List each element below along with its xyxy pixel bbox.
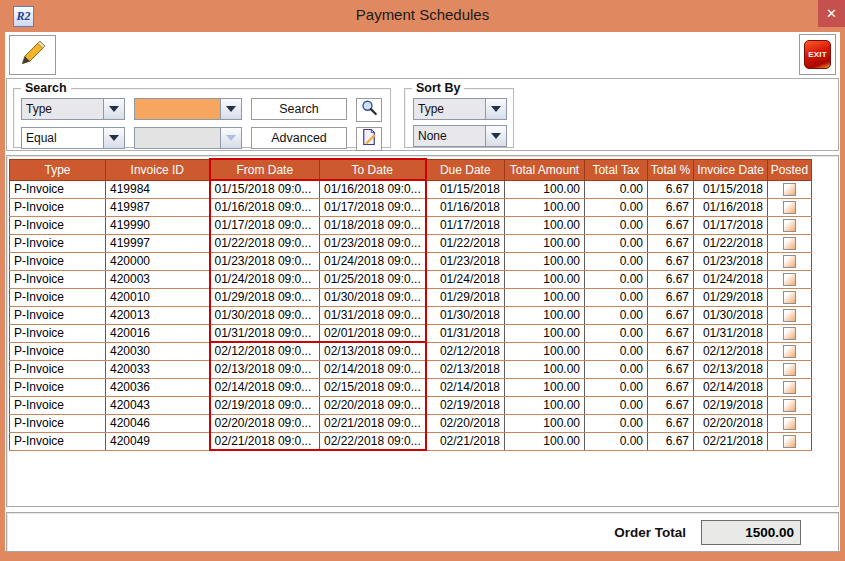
cell-total_pct: 6.67 [648,324,694,342]
cell-from_date: 01/17/2018 09:0... [210,216,320,234]
table-row[interactable]: P-Invoice41999001/17/2018 09:0...01/18/2… [10,216,812,234]
posted-checkbox[interactable] [783,291,796,304]
search-field-combo[interactable]: Type [21,98,125,120]
column-header-total_pct[interactable]: Total % [648,159,694,180]
column-header-posted[interactable]: Posted [768,159,812,180]
advanced-button[interactable]: Advanced [251,127,347,149]
column-header-total_amount[interactable]: Total Amount [505,159,585,180]
chevron-down-icon[interactable] [220,99,241,119]
search-value-combo[interactable] [134,98,242,120]
cell-invoice_id: 420043 [106,396,210,414]
cell-to_date: 01/18/2018 09:0... [320,216,426,234]
cell-to_date: 02/22/2018 09:0... [320,432,426,450]
cell-due_date: 02/14/2018 [426,378,505,396]
cell-invoice_date: 02/21/2018 [694,432,768,450]
posted-checkbox[interactable] [783,435,796,448]
cell-invoice_id: 420030 [106,342,210,360]
table-row[interactable]: P-Invoice42001601/31/2018 09:0...02/01/2… [10,324,812,342]
column-header-invoice_id[interactable]: Invoice ID [106,159,210,180]
posted-checkbox[interactable] [783,255,796,268]
chevron-down-icon [220,128,241,148]
posted-checkbox[interactable] [783,417,796,430]
chevron-down-icon[interactable] [485,99,506,119]
table-row[interactable]: P-Invoice42000301/24/2018 09:0...01/25/2… [10,270,812,288]
table-row[interactable]: P-Invoice42004602/20/2018 09:0...02/21/2… [10,414,812,432]
cell-total_pct: 6.67 [648,342,694,360]
posted-checkbox[interactable] [783,399,796,412]
cell-due_date: 01/17/2018 [426,216,505,234]
cell-total_tax: 0.00 [585,252,648,270]
cell-invoice_id: 420010 [106,288,210,306]
chevron-down-icon[interactable] [103,128,124,148]
cell-from_date: 01/29/2018 09:0... [210,288,320,306]
table-row[interactable]: P-Invoice41998701/16/2018 09:0...01/17/2… [10,198,812,216]
edit-button[interactable] [9,35,56,75]
cell-due_date: 01/31/2018 [426,324,505,342]
cell-posted [768,180,812,198]
column-header-type[interactable]: Type [10,159,106,180]
search-value-input[interactable] [135,99,220,119]
cell-due_date: 01/22/2018 [426,234,505,252]
column-header-from_date[interactable]: From Date [210,159,320,180]
posted-checkbox[interactable] [783,309,796,322]
close-button[interactable]: ✕ [818,0,845,27]
chevron-down-icon[interactable] [103,99,124,119]
search-operator-value: Equal [22,128,103,148]
cell-invoice_id: 419990 [106,216,210,234]
cell-type: P-Invoice [10,234,106,252]
column-header-total_tax[interactable]: Total Tax [585,159,648,180]
posted-checkbox[interactable] [783,219,796,232]
close-icon: ✕ [826,6,837,21]
posted-checkbox[interactable] [783,237,796,250]
column-header-to_date[interactable]: To Date [320,159,426,180]
sortby-secondary-combo[interactable]: None [413,125,507,147]
cell-total_tax: 0.00 [585,414,648,432]
cell-type: P-Invoice [10,324,106,342]
posted-checkbox[interactable] [783,363,796,376]
column-header-due_date[interactable]: Due Date [426,159,505,180]
search-button[interactable]: Search [251,98,347,120]
exit-button[interactable]: EXIT [799,34,836,75]
cell-total_tax: 0.00 [585,198,648,216]
cell-to_date: 02/01/2018 09:0... [320,324,426,342]
cell-total_pct: 6.67 [648,180,694,198]
table-row[interactable]: P-Invoice41998401/15/2018 09:0...01/16/2… [10,180,812,198]
cell-from_date: 01/30/2018 09:0... [210,306,320,324]
table-row[interactable]: P-Invoice42003302/13/2018 09:0...02/14/2… [10,360,812,378]
posted-checkbox[interactable] [783,273,796,286]
table-row[interactable]: P-Invoice42003602/14/2018 09:0...02/15/2… [10,378,812,396]
table-row[interactable]: P-Invoice42001001/29/2018 09:0...01/30/2… [10,288,812,306]
cell-to_date: 01/23/2018 09:0... [320,234,426,252]
search-field-value: Type [22,99,103,119]
posted-checkbox[interactable] [783,381,796,394]
table-row[interactable]: P-Invoice42001301/30/2018 09:0...01/31/2… [10,306,812,324]
table-row[interactable]: P-Invoice42003002/12/2018 09:0...02/13/2… [10,342,812,360]
table-row[interactable]: P-Invoice42004902/21/2018 09:0...02/22/2… [10,432,812,450]
posted-checkbox[interactable] [783,201,796,214]
advanced-report-button[interactable] [356,127,382,151]
filter-panel: Search Type Search [6,78,839,151]
table-row[interactable]: P-Invoice41999701/22/2018 09:0...01/23/2… [10,234,812,252]
cell-from_date: 02/12/2018 09:0... [210,342,320,360]
cell-from_date: 01/16/2018 09:0... [210,198,320,216]
posted-checkbox[interactable] [783,345,796,358]
search-magnifier-button[interactable] [356,98,382,122]
cell-invoice_date: 02/20/2018 [694,414,768,432]
cell-invoice_date: 01/29/2018 [694,288,768,306]
chevron-down-icon[interactable] [485,126,506,146]
posted-checkbox[interactable] [783,327,796,340]
cell-total_pct: 6.67 [648,288,694,306]
cell-posted [768,432,812,450]
cell-to_date: 01/16/2018 09:0... [320,180,426,198]
cell-total_amount: 100.00 [505,288,585,306]
table-row[interactable]: P-Invoice42000001/23/2018 09:0...01/24/2… [10,252,812,270]
grid-body: P-Invoice41998401/15/2018 09:0...01/16/2… [10,180,812,450]
cell-invoice_date: 01/24/2018 [694,270,768,288]
posted-checkbox[interactable] [783,183,796,196]
sortby-primary-combo[interactable]: Type [413,98,507,120]
cell-invoice_id: 420013 [106,306,210,324]
table-row[interactable]: P-Invoice42004302/19/2018 09:0...02/20/2… [10,396,812,414]
column-header-invoice_date[interactable]: Invoice Date [694,159,768,180]
search-operator-combo[interactable]: Equal [21,127,125,149]
cell-total_tax: 0.00 [585,432,648,450]
